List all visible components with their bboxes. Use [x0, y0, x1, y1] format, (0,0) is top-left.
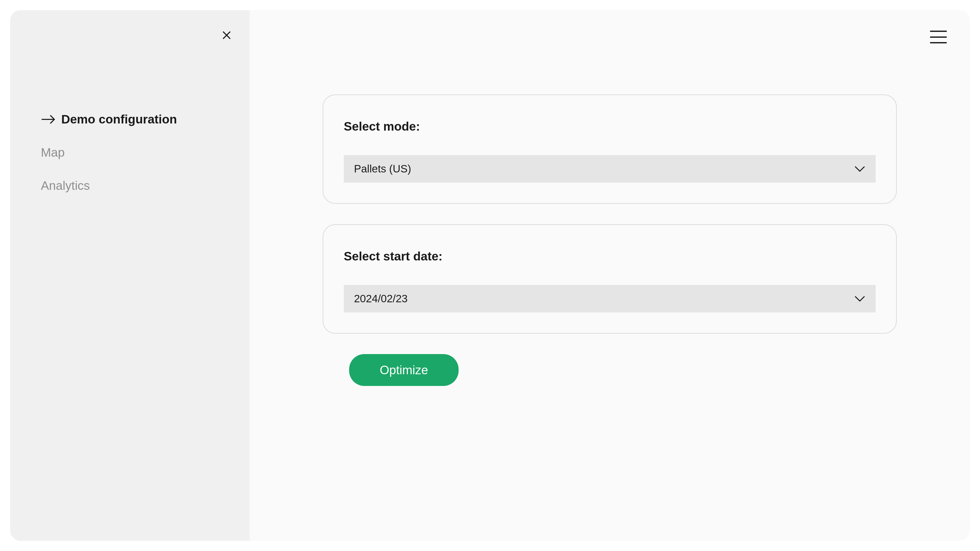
chevron-down-icon [854, 165, 865, 172]
content-area: Select mode: Pallets (US) Select start d… [323, 94, 897, 386]
optimize-button[interactable]: Optimize [349, 354, 458, 386]
hamburger-line-icon [930, 42, 947, 43]
select-mode-value: Pallets (US) [354, 163, 411, 175]
sidebar-item-map[interactable]: Map [41, 145, 250, 159]
select-start-date-dropdown[interactable]: 2024/02/23 [344, 285, 876, 313]
select-start-date-label: Select start date: [344, 249, 876, 263]
sidebar-item-analytics[interactable]: Analytics [41, 179, 250, 192]
sidebar-nav: Demo configuration Map Analytics [10, 112, 250, 192]
sidebar-item-demo-configuration[interactable]: Demo configuration [41, 112, 250, 126]
sidebar-item-label: Analytics [41, 179, 90, 192]
sidebar: Demo configuration Map Analytics [10, 10, 250, 541]
sidebar-item-label: Map [41, 145, 65, 159]
hamburger-menu-button[interactable] [930, 30, 947, 43]
select-mode-dropdown[interactable]: Pallets (US) [344, 155, 876, 183]
sidebar-item-label: Demo configuration [61, 112, 177, 126]
hamburger-line-icon [930, 30, 947, 32]
select-start-date-card: Select start date: 2024/02/23 [323, 224, 897, 333]
arrow-right-icon [41, 114, 56, 124]
close-button[interactable] [219, 28, 234, 43]
hamburger-line-icon [930, 37, 947, 38]
select-start-date-value: 2024/02/23 [354, 292, 407, 305]
chevron-down-icon [854, 295, 865, 302]
main-content: Select mode: Pallets (US) Select start d… [250, 10, 970, 541]
close-icon [221, 29, 233, 42]
app-container: Demo configuration Map Analytics Select … [10, 10, 970, 541]
select-mode-label: Select mode: [344, 119, 876, 133]
select-mode-card: Select mode: Pallets (US) [323, 94, 897, 204]
